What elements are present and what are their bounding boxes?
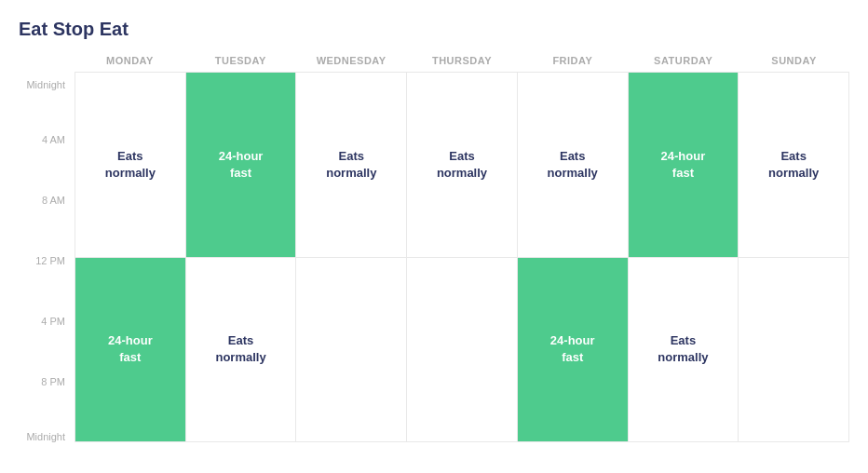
cell-r1-c6	[739, 258, 849, 443]
cell-r0-c0: Eatsnormally	[75, 73, 186, 258]
cell-label-r0-c4: Eatsnormally	[548, 148, 598, 182]
time-label-0: Midnight	[19, 79, 75, 110]
cell-label-r0-c5: 24-hourfast	[661, 148, 706, 182]
page-container: Eat Stop Eat Midnight4 AM8 AM12 PM4 PM8 …	[0, 0, 868, 452]
day-header-wednesday: WEDNESDAY	[296, 55, 407, 72]
time-label-3: 12 PM	[19, 231, 75, 291]
cell-r0-c4: Eatsnormally	[518, 73, 629, 258]
cell-r0-c2: Eatsnormally	[296, 73, 407, 258]
day-header-saturday: SATURDAY	[628, 55, 739, 72]
time-label-6: Midnight	[19, 412, 75, 443]
time-label-4: 4 PM	[19, 291, 75, 352]
day-header-friday: FRIDAY	[517, 55, 628, 72]
cell-r0-c6: Eatsnormally	[739, 73, 849, 258]
cell-label-r0-c1: 24-hourfast	[219, 148, 264, 182]
chart-area: Midnight4 AM8 AM12 PM4 PM8 PMMidnight MO…	[19, 55, 849, 442]
time-label-5: 8 PM	[19, 352, 75, 412]
cell-label-r0-c3: Eatsnormally	[437, 148, 487, 182]
cell-r0-c1: 24-hourfast	[186, 73, 297, 258]
day-header-monday: MONDAY	[75, 55, 185, 72]
day-header-sunday: SUNDAY	[739, 55, 849, 72]
cell-label-r0-c0: Eatsnormally	[105, 148, 156, 182]
cell-r1-c2	[296, 258, 407, 443]
cell-r0-c3: Eatsnormally	[407, 73, 518, 258]
day-headers: MONDAYTUESDAYWEDNESDAYTHURSDAYFRIDAYSATU…	[75, 55, 849, 72]
cell-r1-c4: 24-hourfast	[518, 258, 629, 443]
cell-r1-c1: Eatsnormally	[186, 258, 297, 443]
cell-r1-c5: Eatsnormally	[629, 258, 739, 443]
grid-area: MONDAYTUESDAYWEDNESDAYTHURSDAYFRIDAYSATU…	[75, 55, 849, 442]
cell-r1-c0: 24-hourfast	[75, 258, 186, 443]
day-header-tuesday: TUESDAY	[185, 55, 296, 72]
cell-label-r1-c4: 24-hourfast	[550, 332, 595, 366]
cell-label-r0-c6: Eatsnormally	[768, 148, 819, 182]
cell-label-r1-c5: Eatsnormally	[658, 332, 708, 366]
cell-label-r0-c2: Eatsnormally	[326, 148, 376, 182]
cell-label-r1-c1: Eatsnormally	[215, 332, 265, 366]
time-label-2: 8 AM	[19, 170, 75, 231]
cell-r0-c5: 24-hourfast	[629, 73, 739, 258]
cell-label-r1-c0: 24-hourfast	[108, 332, 153, 366]
day-header-thursday: THURSDAY	[407, 55, 518, 72]
page-title: Eat Stop Eat	[19, 19, 849, 40]
time-labels-col: Midnight4 AM8 AM12 PM4 PM8 PMMidnight	[19, 55, 75, 442]
schedule-grid: Eatsnormally24-hourfastEatsnormallyEatsn…	[75, 72, 849, 442]
cell-r1-c3	[407, 258, 518, 443]
time-label-1: 4 AM	[19, 110, 75, 170]
